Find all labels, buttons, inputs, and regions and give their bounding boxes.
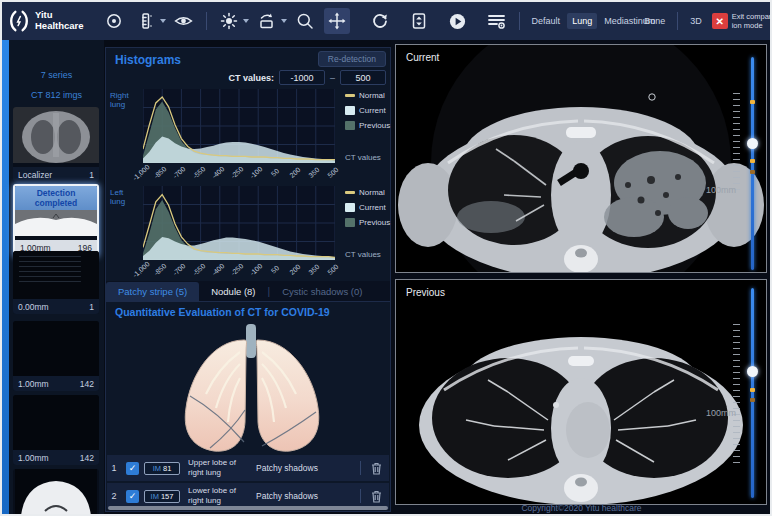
- analysis-panel: Histograms Re-detection CT values: – Rig…: [105, 47, 391, 512]
- measure-dropdown-caret[interactable]: [160, 19, 166, 23]
- delete-row-button[interactable]: [367, 490, 385, 503]
- im-label: IM: [153, 464, 161, 473]
- top-toolbar: Yitu Healthcare: [2, 2, 770, 40]
- current-swatch: [345, 203, 355, 212]
- window-level-icon[interactable]: [216, 8, 242, 34]
- series-thumbnail-dose-report[interactable]: 0.00mm 1: [13, 251, 99, 314]
- series-thumbnail-4[interactable]: 1.00mm 142: [13, 321, 99, 391]
- exit-comparation-label: Exit comparation mode: [732, 12, 772, 30]
- flip-rotate-dropdown-caret[interactable]: [281, 19, 287, 23]
- histogram-svg: [143, 186, 335, 260]
- series-thumbnail-5[interactable]: 1.00mm 142: [13, 395, 99, 465]
- toolbar-separator: [677, 12, 678, 30]
- ct-min-input[interactable]: [279, 70, 325, 85]
- ct-max-input[interactable]: [340, 70, 386, 85]
- series-thumbnail-6[interactable]: [13, 469, 99, 516]
- lesion-marker-dot[interactable]: [750, 159, 755, 163]
- tab-patchy-stripe[interactable]: Patchy stripe (5): [106, 282, 199, 301]
- preset-bone-button[interactable]: Bone: [639, 13, 670, 29]
- ct-values-axis-label: CT values: [345, 153, 381, 162]
- preset-default-button[interactable]: Default: [527, 13, 566, 29]
- ct-image-previous: [396, 280, 766, 504]
- series-thumbnail-detection[interactable]: Detection completed 1.00mm 196: [13, 184, 99, 257]
- detection-thumbnail-image: [15, 210, 97, 236]
- target-icon[interactable]: [101, 8, 127, 34]
- zoom-icon[interactable]: [292, 8, 318, 34]
- image-number-badge[interactable]: IM 157: [144, 490, 180, 503]
- row-number: 2: [107, 491, 121, 501]
- series-thumbnail-localizer[interactable]: Localizer 1: [13, 107, 99, 182]
- series-count: 142: [80, 453, 94, 463]
- copyright-label: Copyright©2020 Yitu healthcare: [391, 503, 772, 513]
- series-label: 1.00mm: [18, 453, 49, 463]
- series-thumbnail-image: [13, 395, 99, 450]
- legend-current: Current: [359, 203, 386, 212]
- preset-lung-button[interactable]: Lung: [567, 13, 597, 29]
- lesion-location: Lower lobe of right lung: [188, 486, 250, 505]
- previous-swatch: [345, 121, 355, 130]
- normal-swatch: [345, 94, 355, 97]
- evaluation-title: Quantitative Evaluation of CT for COVID-…: [115, 306, 330, 318]
- threed-button[interactable]: 3D: [685, 13, 707, 29]
- lesion-marker-dot[interactable]: [750, 388, 755, 392]
- window-level-dropdown-caret[interactable]: [243, 19, 249, 23]
- ct-values-range: CT values: –: [228, 70, 386, 85]
- series-count: 1: [89, 302, 94, 312]
- image-number-badge[interactable]: IM 81: [144, 462, 180, 475]
- series-scroll-icon[interactable]: [406, 8, 432, 34]
- series-label: Localizer: [18, 170, 52, 180]
- eye-icon[interactable]: [171, 8, 197, 34]
- lesion-marker-dot[interactable]: [750, 398, 755, 402]
- lesion-location: Upper lobe of right lung: [188, 458, 250, 477]
- pan-icon[interactable]: [324, 8, 350, 34]
- application-window: Yitu Healthcare: [0, 0, 772, 516]
- lesion-marker-dot[interactable]: [750, 170, 755, 174]
- legend-previous: Previous: [359, 218, 390, 227]
- preset-mediastinum-button[interactable]: Mediastinum: [599, 13, 637, 29]
- current-label: Current: [406, 52, 439, 63]
- ct-image-current: [396, 45, 766, 272]
- measure-icon[interactable]: [133, 8, 159, 34]
- tab-cystic-shadows[interactable]: Cystic shadows (0): [270, 282, 374, 301]
- left-lung-chart[interactable]: [143, 186, 335, 260]
- toolbar-separator: [519, 12, 520, 30]
- row-checkbox[interactable]: ✓: [126, 462, 139, 475]
- lesion-marker-dot[interactable]: [750, 100, 755, 104]
- slider-handle[interactable]: [747, 138, 758, 149]
- right-lung-chart[interactable]: [143, 89, 335, 163]
- previous-slice-slider[interactable]: [751, 288, 754, 498]
- thumbnail-label: 1.00mm 142: [13, 450, 99, 465]
- horizontal-scrollbar[interactable]: [108, 506, 388, 510]
- row-separator: [360, 489, 361, 503]
- normal-swatch: [345, 191, 355, 194]
- tab-nodule[interactable]: Nodule (8): [199, 282, 267, 301]
- flip-rotate-icon[interactable]: [254, 8, 280, 34]
- redetection-button[interactable]: Re-detection: [318, 51, 386, 67]
- cine-play-icon[interactable]: [445, 8, 471, 34]
- left-lung-histogram: Leftlung -1,000-850-700-550-400-250-1005…: [106, 186, 392, 286]
- modality-count-label: CT 812 imgs: [9, 90, 104, 100]
- lesion-finding: Patchy shadows: [256, 463, 360, 473]
- current-viewport[interactable]: Current: [395, 44, 767, 273]
- thumbnail-label: 1.00mm 142: [13, 376, 99, 391]
- slider-handle[interactable]: [747, 366, 758, 377]
- current-slice-slider[interactable]: [751, 57, 754, 270]
- scale-label: 100mm: [706, 185, 736, 195]
- right-lung-label: Rightlung: [110, 91, 142, 109]
- lesion-finding: Patchy shadows: [256, 491, 360, 501]
- previous-viewport[interactable]: Previous: [395, 279, 767, 505]
- current-swatch: [345, 106, 355, 115]
- series-label: 1.00mm: [18, 379, 49, 389]
- scale-ruler: [733, 93, 740, 195]
- row-checkbox[interactable]: ✓: [126, 490, 139, 503]
- im-number: 157: [161, 492, 174, 501]
- delete-row-button[interactable]: [367, 462, 385, 475]
- left-lung-label: Leftlung: [110, 188, 142, 206]
- exit-comparation-button[interactable]: ✕: [712, 13, 728, 29]
- annotation-list-icon[interactable]: [484, 8, 510, 34]
- legend-normal: Normal: [359, 91, 385, 100]
- histogram-legend: Normal Current Previous: [345, 91, 390, 136]
- refresh-icon[interactable]: [367, 8, 393, 34]
- brand-line-2: Healthcare: [35, 21, 84, 32]
- histogram-legend: Normal Current Previous: [345, 188, 390, 233]
